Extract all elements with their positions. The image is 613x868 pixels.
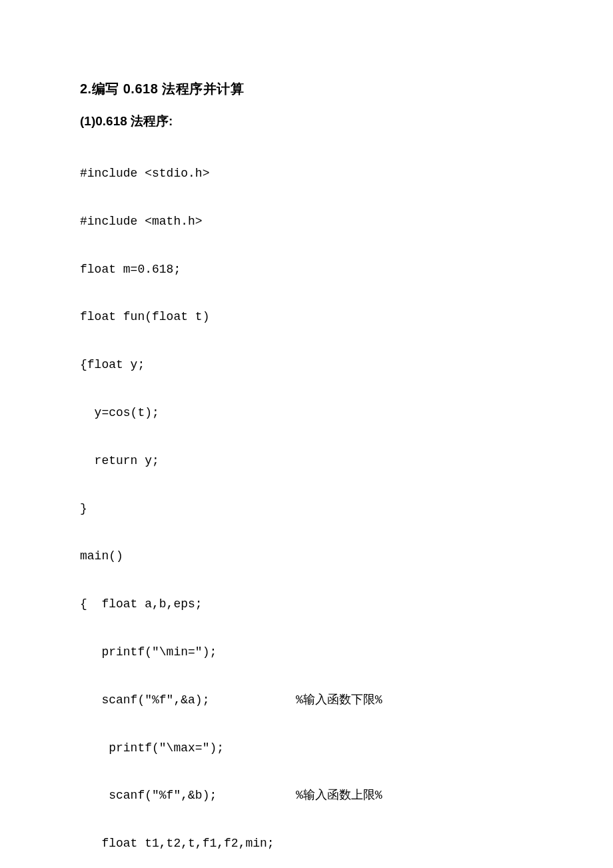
code-line: { float a,b,eps; [80, 597, 533, 613]
code-line: scanf("%f",&a); %输入函数下限% [80, 693, 533, 709]
code-line: y=cos(t); [80, 405, 533, 421]
code-line: #include <stdio.h> [80, 166, 533, 182]
code-line: {float y; [80, 357, 533, 373]
code-line: scanf("%f",&b); %输入函数上限% [80, 788, 533, 804]
code-line: float t1,t2,t,f1,f2,min; [80, 836, 533, 852]
code-line: printf("\max="); [80, 741, 533, 757]
code-line: main() [80, 549, 533, 565]
document-page: 2.编写 0.618 法程序并计算 (1)0.618 法程序: #include… [0, 0, 613, 868]
code-line: printf("\min="); [80, 645, 533, 661]
code-line: } [80, 501, 533, 517]
code-block: #include <stdio.h> #include <math.h> flo… [80, 134, 533, 868]
code-line: float fun(float t) [80, 309, 533, 325]
code-line: float m=0.618; [80, 262, 533, 278]
section-heading: 2.编写 0.618 法程序并计算 [80, 80, 533, 98]
subsection-heading: (1)0.618 法程序: [80, 113, 533, 130]
code-line: #include <math.h> [80, 214, 533, 230]
code-line: return y; [80, 453, 533, 469]
